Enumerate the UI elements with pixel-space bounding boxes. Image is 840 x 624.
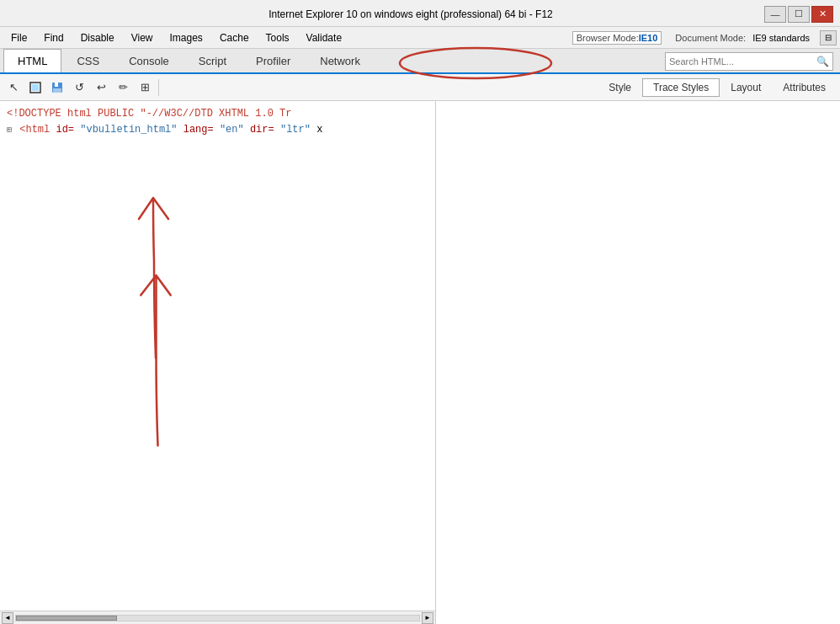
- edit-tool-button[interactable]: ✏: [113, 77, 133, 98]
- right-tab-trace-styles[interactable]: Trace Styles: [642, 78, 720, 97]
- tab-profiler[interactable]: Profiler: [242, 49, 305, 72]
- right-tabs: Style Trace Styles Layout Attributes: [598, 78, 837, 97]
- browser-mode-value: IE10: [639, 33, 658, 43]
- code-area: <!DOCTYPE html PUBLIC "-//W3C//DTD XHTML…: [0, 101, 435, 143]
- svg-rect-1: [32, 84, 39, 91]
- back-tool-button[interactable]: ↩: [91, 77, 111, 98]
- code-rest: x: [316, 124, 322, 136]
- scroll-right-arrow[interactable]: ►: [422, 612, 433, 624]
- menu-images[interactable]: Images: [162, 29, 210, 46]
- doc-mode-label: Document Mode:: [675, 33, 746, 43]
- minimize-button[interactable]: —: [764, 6, 786, 23]
- right-tab-style[interactable]: Style: [598, 78, 642, 97]
- code-doctype: <!DOCTYPE html PUBLIC "-//W3C//DTD XHTML…: [7, 108, 291, 120]
- annotation-drawing: [0, 101, 435, 624]
- window-title: Internet Explorer 10 on windows eight (p…: [57, 8, 764, 20]
- tab-html[interactable]: HTML: [3, 49, 61, 72]
- save-tool-button[interactable]: [47, 77, 67, 98]
- tab-console[interactable]: Console: [114, 49, 183, 72]
- toolbar: ↖ ↺ ↩ ✏ ⊞ Style Trace Styles Layout Attr…: [0, 74, 840, 101]
- tab-network[interactable]: Network: [306, 49, 375, 72]
- menu-validate[interactable]: Validate: [299, 29, 349, 46]
- browser-mode-group: Browser Mode: IE10: [572, 31, 662, 45]
- close-button[interactable]: ✕: [811, 6, 833, 23]
- search-icon: 🔍: [816, 56, 829, 67]
- menu-disable[interactable]: Disable: [73, 29, 122, 46]
- scroll-track[interactable]: [15, 615, 420, 621]
- doc-mode-group: Document Mode: IE9 standards: [675, 33, 810, 43]
- menu-view[interactable]: View: [124, 29, 161, 46]
- menu-find[interactable]: Find: [36, 29, 71, 46]
- window-controls: — ☐ ✕: [764, 6, 833, 23]
- menu-tools[interactable]: Tools: [258, 29, 297, 46]
- code-attr-id-val: "vbulletin_html": [80, 124, 177, 136]
- code-html-tag-open: <html: [19, 124, 56, 136]
- tab-bar: HTML CSS Console Script Profiler Network…: [0, 49, 840, 74]
- code-attr-id: id=: [56, 124, 74, 136]
- right-tab-layout[interactable]: Layout: [720, 78, 772, 97]
- scroll-left-arrow[interactable]: ◄: [2, 612, 13, 624]
- expand-icon[interactable]: ⊞: [7, 125, 12, 135]
- title-bar: Internet Explorer 10 on windows eight (p…: [0, 0, 840, 27]
- code-attr-dir: dir=: [250, 124, 274, 136]
- maximize-button[interactable]: ☐: [788, 6, 810, 23]
- select-tool-button[interactable]: ↖: [3, 77, 24, 98]
- left-panel: <!DOCTYPE html PUBLIC "-//W3C//DTD XHTML…: [0, 101, 436, 624]
- code-attr-lang: lang=: [183, 124, 214, 136]
- refresh-tool-button[interactable]: ↺: [69, 77, 89, 98]
- code-line-2: ⊞ <html id= "vbulletin_html" lang= "en" …: [7, 122, 428, 138]
- code-line-1: <!DOCTYPE html PUBLIC "-//W3C//DTD XHTML…: [7, 106, 428, 122]
- highlight-tool-button[interactable]: [25, 77, 45, 98]
- right-tab-attributes[interactable]: Attributes: [772, 78, 837, 97]
- doc-mode-value: IE9 standards: [752, 33, 810, 43]
- browser-mode-label: Browser Mode:: [577, 33, 639, 43]
- right-panel: [436, 101, 840, 624]
- extra-tool-button[interactable]: ⊞: [135, 77, 155, 98]
- code-attr-dir-val: "ltr": [280, 124, 311, 136]
- svg-rect-3: [55, 83, 58, 87]
- tab-css[interactable]: CSS: [62, 49, 114, 72]
- tab-bar-wrapper: HTML CSS Console Script Profiler Network…: [0, 49, 840, 74]
- menu-cache[interactable]: Cache: [212, 29, 257, 46]
- code-attr-lang-val: "en": [220, 124, 244, 136]
- menu-file[interactable]: File: [3, 29, 35, 46]
- menu-extra-button[interactable]: ⊟: [820, 30, 837, 45]
- horizontal-scrollbar[interactable]: ◄ ►: [0, 611, 435, 624]
- main-content: <!DOCTYPE html PUBLIC "-//W3C//DTD XHTML…: [0, 101, 840, 624]
- menu-bar: File Find Disable View Images Cache Tool…: [0, 27, 840, 49]
- toolbar-separator: [158, 79, 159, 96]
- scroll-thumb[interactable]: [16, 616, 117, 621]
- tab-script[interactable]: Script: [184, 49, 241, 72]
- search-input[interactable]: [669, 56, 816, 67]
- svg-rect-4: [53, 88, 61, 93]
- search-box[interactable]: 🔍: [665, 52, 833, 71]
